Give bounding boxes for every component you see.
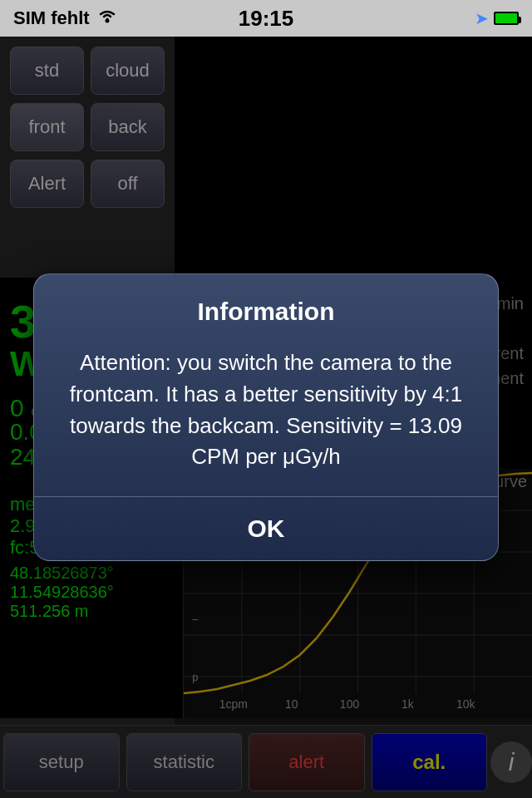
modal-title: Information xyxy=(34,274,498,339)
carrier-text: SIM fehlt xyxy=(13,7,90,29)
location-icon: ➤ xyxy=(475,8,489,28)
battery-icon xyxy=(494,12,519,25)
status-bar: SIM fehlt 19:15 ➤ xyxy=(0,0,532,37)
time-display: 19:15 xyxy=(239,6,294,32)
modal-body: Attention: you switch the camera to the … xyxy=(34,339,498,496)
wifi-icon xyxy=(96,7,118,29)
svg-point-0 xyxy=(105,19,109,23)
modal-dialog: Information Attention: you switch the ca… xyxy=(33,273,499,561)
modal-overlay: Information Attention: you switch the ca… xyxy=(0,37,532,798)
modal-ok-button[interactable]: OK xyxy=(34,497,498,560)
status-icons: ➤ xyxy=(475,8,519,28)
app-container: std cloud front back Alert off 3 sec Wai… xyxy=(0,37,532,798)
carrier-info: SIM fehlt xyxy=(13,7,118,29)
